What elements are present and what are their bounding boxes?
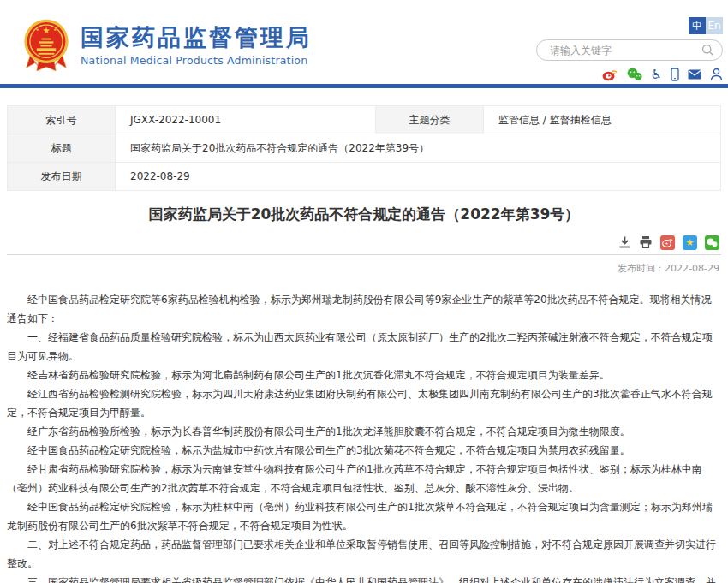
site-title-en: National Medical Products Administration [81,54,312,67]
article-paragraph: 三、国家药品监督管理局要求相关省级药品监督管理部门依据《中华人民共和国药品管理法… [7,573,721,583]
lang-zh-button[interactable]: 中 [689,17,706,34]
meta-title-label: 标题 [8,134,116,163]
share-wechat-icon[interactable] [705,235,719,250]
site-header: ★ ★ ★ ★ ★ 国家药品监督管理局 National Medical Pro… [0,0,728,84]
language-toggle: 中 En [689,17,723,34]
article-paragraph: 经中国食品药品检定研究院检验，标示为盐城市中药饮片有限公司生产的3批次菊花不符合… [7,441,721,460]
search-icon[interactable] [701,44,714,57]
print-icon[interactable] [639,235,653,249]
article-paragraph: 经甘肃省药品检验研究院检验，标示为云南健安堂生物科技有限公司生产的1批次茜草不符… [7,460,721,497]
mail-icon[interactable] [688,68,701,81]
weibo-icon[interactable] [602,68,618,81]
svg-text:★: ★ [42,25,50,35]
download-icon[interactable] [618,235,631,249]
site-title-cn: 国家药品监督管理局 [81,24,312,51]
meta-title-value: 国家药监局关于20批次药品不符合规定的通告（2022年第39号） [116,134,721,163]
share-weibo-icon[interactable] [660,235,675,250]
lang-en-button[interactable]: En [706,17,723,34]
document-toolbar: ★ [7,235,721,250]
article-paragraph: 经广东省药品检验所检验，标示为长春普华制药股份有限公司生产的1批次龙泽熊胆胶囊不… [7,422,721,441]
header-divider-bar [0,84,728,88]
page-title: 国家药监局关于20批次药品不符合规定的通告（2022年第39号） [7,204,721,225]
user-icon[interactable] [710,68,723,81]
share-star-icon[interactable]: ★ [683,235,697,250]
publish-time-value: 2022-08-29 [665,263,719,274]
meta-date-label: 发布日期 [8,163,116,191]
meta-topic-value: 监管信息 / 监督抽检信息 [484,106,721,134]
meta-index-value: JGXX-2022-10001 [116,106,376,134]
meta-index-label: 索引号 [8,106,116,134]
national-emblem-icon: ★ ★ ★ ★ ★ [22,17,70,74]
table-row: 发布日期 2022-08-29 [8,163,721,191]
search-input[interactable] [548,44,701,57]
table-row: 标题 国家药监局关于20批次药品不符合规定的通告（2022年第39号） [8,134,721,163]
wechat-icon[interactable] [627,68,642,81]
article-paragraph: 二、对上述不符合规定药品，药品监督管理部门已要求相关企业和单位采取暂停销售使用、… [7,535,721,573]
article-body: 经中国食品药品检定研究院等6家药品检验机构检验，标示为郑州瑞龙制药股份有限公司等… [7,290,721,583]
meta-date-value: 2022-08-29 [116,163,721,191]
header-right: 中 En [536,17,723,81]
article-paragraph: 一、经福建省食品药品质量检验研究院检验，标示为山西太原药业有限公司（原太原制药厂… [7,328,721,366]
article-paragraph: 经中国食品药品检定研究院检验，标示为桂林中南（亳州）药业科技有限公司生产的1批次… [7,497,721,535]
svg-text:★: ★ [53,27,57,32]
main-content: 索引号 JGXX-2022-10001 主题分类 监管信息 / 监督抽检信息 标… [0,105,728,583]
title-divider [7,254,721,255]
document-meta-table: 索引号 JGXX-2022-10001 主题分类 监管信息 / 监督抽检信息 标… [7,105,721,191]
header-quick-links: ♿ [602,68,723,81]
site-logo[interactable]: ★ ★ ★ ★ ★ 国家药品监督管理局 National Medical Pro… [22,17,312,74]
article-paragraph: 经中国食品药品检定研究院等6家药品检验机构检验，标示为郑州瑞龙制药股份有限公司等… [7,290,721,328]
star-glyph: ★ [686,238,695,247]
mobile-icon[interactable] [671,68,679,81]
publish-time: 发布时间：2022-08-29 [7,262,721,275]
article-paragraph: 经吉林省药品检验研究院检验，标示为河北扁鹊制药有限公司生产的1批次沉香化滞丸不符… [7,366,721,384]
table-row: 索引号 JGXX-2022-10001 主题分类 监管信息 / 监督抽检信息 [8,106,721,134]
publish-time-label: 发布时间： [618,263,665,274]
search-box[interactable] [536,39,723,61]
svg-text:★: ★ [39,24,42,28]
meta-topic-label: 主题分类 [376,106,484,134]
accessibility-icon[interactable]: ♿ [651,68,662,81]
article-paragraph: 经江西省药品检验检测研究院检验，标示为四川天府康达药业集团府庆制药有限公司、太极… [7,384,721,422]
